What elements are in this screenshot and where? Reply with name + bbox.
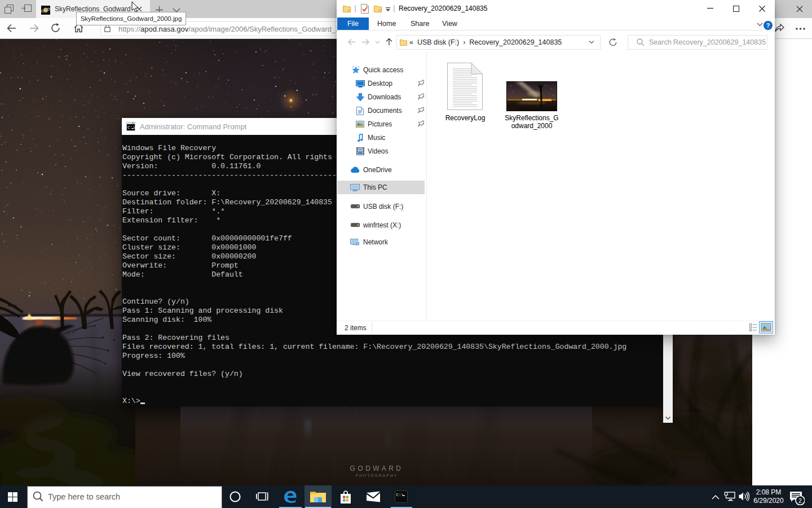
svg-text:GODWARD: GODWARD (350, 465, 403, 472)
svg-text:C:\: C:\ (396, 493, 404, 497)
svg-text:PHOTOGRAPHY: PHOTOGRAPHY (356, 474, 398, 478)
svg-text:C:\: C:\ (127, 125, 135, 130)
svg-text:?: ? (766, 22, 770, 29)
svg-text:2: 2 (798, 497, 802, 504)
